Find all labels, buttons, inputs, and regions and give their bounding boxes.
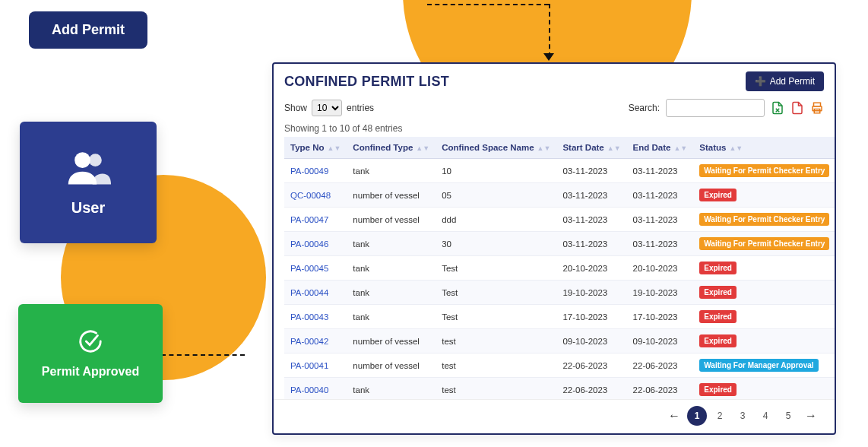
panel-title: CONFINED PERMIT LIST xyxy=(284,74,449,90)
cell-space-name: ddd xyxy=(436,208,556,232)
cell-status: Expired xyxy=(693,329,835,353)
cell-confined-type: number of vessel xyxy=(347,329,436,353)
cell-status: Waiting For Permit Checker Entry xyxy=(693,232,835,256)
cell-status: Waiting For Manager Approval xyxy=(693,353,835,378)
cell-type-no[interactable]: PA-00041 xyxy=(284,353,347,378)
cell-status: Expired xyxy=(693,183,835,208)
cell-start-date: 22-06-2023 xyxy=(556,353,626,378)
page-number[interactable]: 3 xyxy=(733,406,752,426)
cell-space-name: test xyxy=(436,353,556,378)
table-row: PA-00044tankTest19-10-202319-10-2023Expi… xyxy=(284,281,835,305)
table-row: PA-00041number of vesseltest22-06-202322… xyxy=(284,353,835,378)
print-icon[interactable] xyxy=(810,101,824,115)
cell-space-name: Test xyxy=(436,281,556,305)
col-type-no[interactable]: Type No▲▼ xyxy=(284,137,347,159)
cell-status: Waiting For Permit Checker Entry xyxy=(693,208,835,232)
cell-space-name: 10 xyxy=(436,159,556,183)
permit-table: Type No▲▼ Confined Type▲▼ Confined Space… xyxy=(284,137,835,399)
status-badge: Expired xyxy=(699,189,737,201)
search-label: Search: xyxy=(629,103,660,113)
cell-type-no[interactable]: PA-00043 xyxy=(284,305,347,329)
search-input[interactable] xyxy=(666,99,765,117)
svg-point-1 xyxy=(89,154,102,166)
page-size-select[interactable]: 10 xyxy=(312,100,342,116)
col-confined-type[interactable]: Confined Type▲▼ xyxy=(347,137,436,159)
status-badge: Waiting For Permit Checker Entry xyxy=(699,237,829,250)
table-row: QC-00048number of vessel0503-11-202303-1… xyxy=(284,183,835,208)
cell-confined-type: tank xyxy=(347,256,436,281)
cell-end-date: 03-11-2023 xyxy=(627,183,694,208)
cell-confined-type: tank xyxy=(347,305,436,329)
user-card-label: User xyxy=(71,199,105,217)
col-status[interactable]: Status▲▼ xyxy=(693,137,835,159)
svg-point-0 xyxy=(74,152,90,168)
flow-arrow-top-head xyxy=(543,53,554,61)
cell-type-no[interactable]: QC-00048 xyxy=(284,183,347,208)
cell-type-no[interactable]: PA-00049 xyxy=(284,159,347,183)
page-number[interactable]: 5 xyxy=(778,406,798,426)
status-badge: Waiting For Manager Approval xyxy=(699,359,818,372)
pagination: ← 12345 → xyxy=(274,399,835,433)
cell-space-name: Test xyxy=(436,305,556,329)
cell-end-date: 22-06-2023 xyxy=(627,353,694,378)
cell-space-name: 05 xyxy=(436,183,556,208)
cell-type-no[interactable]: PA-00040 xyxy=(284,378,347,400)
table-row: PA-00045tankTest20-10-202320-10-2023Expi… xyxy=(284,256,835,281)
cell-end-date: 20-10-2023 xyxy=(627,256,694,281)
cell-status: Expired xyxy=(693,378,835,400)
cell-confined-type: number of vessel xyxy=(347,353,436,378)
cell-space-name: test xyxy=(436,329,556,353)
page-prev[interactable]: ← xyxy=(664,406,684,426)
cell-end-date: 03-11-2023 xyxy=(627,159,694,183)
plus-icon: ➕ xyxy=(755,76,766,87)
cell-confined-type: tank xyxy=(347,159,436,183)
table-row: PA-00049tank1003-11-202303-11-2023Waitin… xyxy=(284,159,835,183)
cell-type-no[interactable]: PA-00047 xyxy=(284,208,347,232)
status-badge: Waiting For Permit Checker Entry xyxy=(699,213,829,226)
status-badge: Expired xyxy=(699,262,737,274)
cell-end-date: 17-10-2023 xyxy=(627,305,694,329)
page-number[interactable]: 2 xyxy=(710,406,730,426)
permit-approved-card: Permit Approved xyxy=(18,304,163,403)
cell-start-date: 17-10-2023 xyxy=(556,305,626,329)
page-next[interactable]: → xyxy=(801,406,821,426)
cell-start-date: 20-10-2023 xyxy=(556,256,626,281)
table-row: PA-00043tankTest17-10-202317-10-2023Expi… xyxy=(284,305,835,329)
cell-space-name: Test xyxy=(436,256,556,281)
page-number[interactable]: 1 xyxy=(687,406,707,426)
table-row: PA-00046tank3003-11-202303-11-2023Waitin… xyxy=(284,232,835,256)
page-number[interactable]: 4 xyxy=(756,406,775,426)
add-permit-button-large[interactable]: Add Permit xyxy=(29,11,147,49)
cell-status: Expired xyxy=(693,281,835,305)
add-permit-button[interactable]: ➕ Add Permit xyxy=(746,71,824,91)
flow-arrow-top-v xyxy=(549,4,550,57)
col-space-name[interactable]: Confined Space Name▲▼ xyxy=(436,137,556,159)
cell-end-date: 03-11-2023 xyxy=(627,208,694,232)
export-pdf-icon[interactable] xyxy=(790,101,804,115)
cell-space-name: test xyxy=(436,378,556,400)
cell-start-date: 09-10-2023 xyxy=(556,329,626,353)
cell-type-no[interactable]: PA-00046 xyxy=(284,232,347,256)
permit-list-panel: CONFINED PERMIT LIST ➕ Add Permit Show 1… xyxy=(272,62,836,435)
permit-approved-label: Permit Approved xyxy=(42,365,139,379)
col-start-date[interactable]: Start Date▲▼ xyxy=(556,137,626,159)
col-end-date[interactable]: End Date▲▼ xyxy=(627,137,694,159)
cell-type-no[interactable]: PA-00044 xyxy=(284,281,347,305)
cell-type-no[interactable]: PA-00042 xyxy=(284,329,347,353)
status-badge: Expired xyxy=(699,383,737,396)
cell-start-date: 03-11-2023 xyxy=(556,208,626,232)
cell-type-no[interactable]: PA-00045 xyxy=(284,256,347,281)
export-excel-icon[interactable] xyxy=(771,101,784,115)
cell-status: Expired xyxy=(693,305,835,329)
showing-entries-text: Showing 1 to 10 of 48 entries xyxy=(274,120,835,137)
cell-space-name: 30 xyxy=(436,232,556,256)
cell-confined-type: tank xyxy=(347,378,436,400)
cell-start-date: 19-10-2023 xyxy=(556,281,626,305)
cell-end-date: 22-06-2023 xyxy=(627,378,694,400)
cell-start-date: 03-11-2023 xyxy=(556,159,626,183)
cell-start-date: 03-11-2023 xyxy=(556,232,626,256)
cell-confined-type: number of vessel xyxy=(347,208,436,232)
cell-confined-type: tank xyxy=(347,232,436,256)
user-card: User xyxy=(20,122,157,243)
check-circle-icon xyxy=(78,328,103,357)
